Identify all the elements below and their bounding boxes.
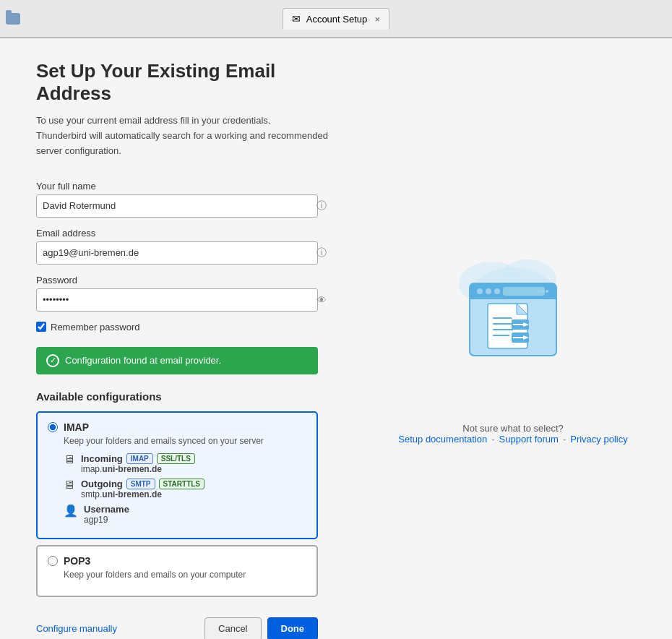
fullname-input[interactable] bbox=[36, 194, 318, 218]
outgoing-host-bold: uni-bremen.de bbox=[102, 489, 162, 499]
imap-name: IMAP bbox=[64, 421, 89, 433]
tab-close-button[interactable]: × bbox=[371, 13, 383, 25]
separator2: - bbox=[563, 434, 566, 445]
svg-point-11 bbox=[541, 290, 544, 293]
help-links: Setup documentation - Support forum - Pr… bbox=[398, 434, 627, 445]
ssl-tls-badge: SSL/TLS bbox=[157, 453, 195, 464]
svg-point-8 bbox=[494, 288, 500, 294]
imap-config-option[interactable]: IMAP Keep your folders and emails synced… bbox=[36, 411, 318, 539]
pop3-name: POP3 bbox=[64, 555, 90, 567]
incoming-host-bold: uni-bremen.de bbox=[102, 464, 162, 474]
check-circle-icon: ✓ bbox=[46, 354, 59, 367]
username-value: agp19 bbox=[84, 515, 129, 525]
pop3-description: Keep your folders and emails on your com… bbox=[64, 570, 306, 580]
imap-radio[interactable] bbox=[48, 422, 58, 432]
config-section-title: Available configurations bbox=[36, 390, 332, 403]
footer-row: Configure manually Cancel Done bbox=[36, 617, 318, 639]
titlebar-left bbox=[0, 0, 166, 37]
configure-manually-link[interactable]: Configure manually bbox=[36, 623, 117, 634]
username-icon: 👤 bbox=[64, 504, 78, 518]
left-panel: Set Up Your Existing Email Address To us… bbox=[0, 38, 354, 639]
password-toggle-icon[interactable]: 👁 bbox=[316, 294, 327, 306]
pop3-radio[interactable] bbox=[48, 556, 58, 566]
help-text: Not sure what to select? bbox=[462, 423, 563, 434]
email-group: Email address ⓘ bbox=[36, 228, 332, 265]
footer-buttons: Cancel Done bbox=[204, 617, 318, 639]
imap-header: IMAP bbox=[48, 421, 306, 433]
outgoing-label: Outgoing bbox=[81, 479, 123, 489]
password-group: Password 👁 bbox=[36, 275, 332, 312]
email-input[interactable] bbox=[36, 241, 318, 265]
username-label-row: Username bbox=[84, 504, 129, 515]
page-subtitle: To use your current email address fill i… bbox=[36, 113, 332, 158]
pop3-config-option[interactable]: POP3 Keep your folders and emails on you… bbox=[36, 545, 318, 597]
svg-point-6 bbox=[477, 288, 483, 294]
remember-row: Remember password bbox=[36, 322, 332, 333]
username-detail: 👤 Username agp19 bbox=[64, 504, 306, 525]
email-info-icon[interactable]: ⓘ bbox=[316, 246, 327, 260]
account-setup-tab[interactable]: ✉ Account Setup × bbox=[283, 8, 390, 30]
fullname-info-icon[interactable]: ⓘ bbox=[316, 200, 327, 213]
incoming-label: Incoming bbox=[81, 453, 123, 464]
main-content: Set Up Your Existing Email Address To us… bbox=[0, 38, 672, 639]
done-button[interactable]: Done bbox=[267, 617, 319, 639]
right-panel: Not sure what to select? Setup documenta… bbox=[354, 38, 672, 639]
outgoing-server-info: Outgoing SMTP STARTTLS smtp.uni-bremen.d… bbox=[81, 479, 204, 499]
support-forum-link[interactable]: Support forum bbox=[499, 434, 559, 445]
subtitle-line1: To use your current email address fill i… bbox=[36, 115, 270, 126]
imap-badge: IMAP bbox=[126, 453, 153, 464]
imap-description: Keep your folders and emails synced on y… bbox=[64, 436, 306, 446]
password-input-wrapper: 👁 bbox=[36, 288, 332, 312]
pop3-header: POP3 bbox=[48, 555, 306, 567]
password-label: Password bbox=[36, 275, 332, 286]
email-label: Email address bbox=[36, 228, 332, 239]
privacy-policy-link[interactable]: Privacy policy bbox=[570, 434, 627, 445]
incoming-server-detail: 🖥 Incoming IMAP SSL/TLS imap.uni-bremen.… bbox=[64, 453, 306, 474]
username-label: Username bbox=[84, 504, 129, 515]
username-info: Username agp19 bbox=[84, 504, 129, 525]
separator1: - bbox=[491, 434, 494, 445]
outgoing-server-icon: 🖥 bbox=[64, 479, 75, 492]
fullname-input-wrapper: ⓘ bbox=[36, 194, 332, 218]
outgoing-server-detail: 🖥 Outgoing SMTP STARTTLS smtp.uni-bremen… bbox=[64, 479, 306, 499]
page-title: Set Up Your Existing Email Address bbox=[36, 60, 332, 105]
password-input[interactable] bbox=[36, 288, 318, 312]
subtitle-line2: Thunderbird will automatically search fo… bbox=[36, 130, 328, 156]
fullname-group: Your full name ⓘ bbox=[36, 181, 332, 218]
remember-label: Remember password bbox=[51, 322, 140, 333]
setup-documentation-link[interactable]: Setup documentation bbox=[398, 434, 487, 445]
outgoing-host: smtp.uni-bremen.de bbox=[81, 489, 204, 499]
titlebar: ✉ Account Setup × bbox=[0, 0, 672, 38]
starttls-badge: STARTTLS bbox=[159, 479, 204, 489]
email-illustration bbox=[448, 233, 578, 379]
tab-label: Account Setup bbox=[306, 14, 368, 25]
success-banner: ✓ Configuration found at email provider. bbox=[36, 347, 318, 374]
svg-point-10 bbox=[537, 290, 540, 293]
remember-checkbox[interactable] bbox=[36, 322, 46, 332]
success-text: Configuration found at email provider. bbox=[65, 355, 221, 366]
svg-point-7 bbox=[486, 288, 491, 294]
svg-point-12 bbox=[546, 290, 548, 293]
cancel-button[interactable]: Cancel bbox=[204, 617, 261, 639]
outgoing-label-row: Outgoing SMTP STARTTLS bbox=[81, 479, 204, 489]
incoming-server-info: Incoming IMAP SSL/TLS imap.uni-bremen.de bbox=[81, 453, 195, 474]
incoming-label-row: Incoming IMAP SSL/TLS bbox=[81, 453, 195, 464]
email-tab-icon: ✉ bbox=[292, 13, 301, 25]
fullname-label: Your full name bbox=[36, 181, 332, 192]
incoming-server-icon: 🖥 bbox=[64, 453, 75, 466]
incoming-host: imap.uni-bremen.de bbox=[81, 464, 195, 474]
folder-icon bbox=[6, 13, 20, 25]
smtp-badge: SMTP bbox=[126, 479, 155, 489]
email-input-wrapper: ⓘ bbox=[36, 241, 332, 265]
